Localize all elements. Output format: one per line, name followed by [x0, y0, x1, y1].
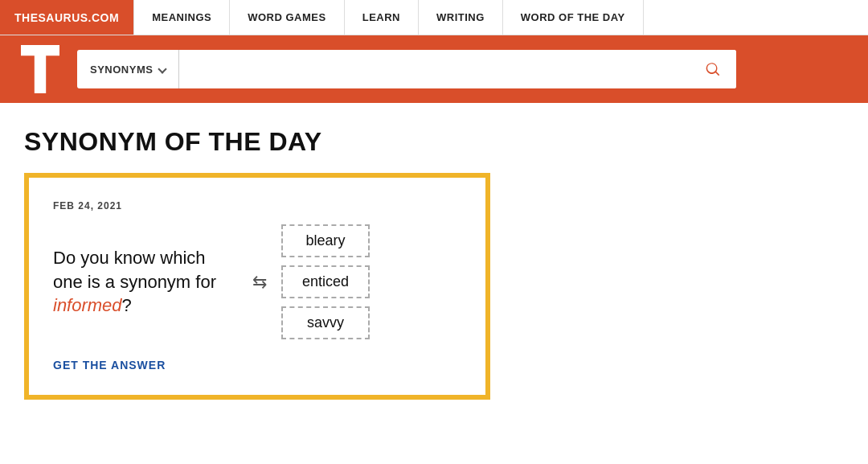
choice-item-1[interactable]: enticed: [281, 265, 370, 298]
nav-item-meanings[interactable]: MEANINGS: [133, 0, 230, 35]
card-choices: bleary enticed savvy: [281, 224, 370, 339]
synonym-card: FEB 24, 2021 Do you know which one is a …: [24, 173, 490, 400]
section-title: SYNONYM OF THE DAY: [24, 127, 844, 157]
choice-item-0[interactable]: bleary: [281, 224, 370, 257]
card-date: FEB 24, 2021: [53, 200, 461, 211]
search-type-label: SYNONYMS: [90, 64, 153, 76]
question-prefix: Do you know which one is a synonym for: [53, 248, 216, 292]
get-answer-link[interactable]: GET THE ANSWER: [53, 359, 166, 372]
arrow-icon: ⇆: [252, 272, 267, 293]
site-logo: [16, 45, 64, 93]
nav-item-word-of-the-day[interactable]: WORD OF THE DAY: [503, 0, 644, 35]
nav-items: MEANINGS WORD GAMES LEARN WRITING WORD O…: [133, 0, 868, 35]
highlighted-word: informed: [53, 295, 122, 315]
main-content: SYNONYM OF THE DAY FEB 24, 2021 Do you k…: [0, 103, 868, 464]
choice-item-2[interactable]: savvy: [281, 306, 370, 339]
nav-item-writing[interactable]: WRITING: [419, 0, 503, 35]
search-icon: [704, 60, 722, 78]
brand-logo[interactable]: THESAURUS.COM: [0, 0, 133, 35]
card-question: Do you know which one is a synonym for i…: [53, 246, 238, 318]
nav-bar: THESAURUS.COM MEANINGS WORD GAMES LEARN …: [0, 0, 868, 35]
site-header: SYNONYMS: [0, 35, 868, 103]
search-input[interactable]: [179, 50, 690, 88]
card-body: Do you know which one is a synonym for i…: [53, 224, 461, 339]
search-bar: SYNONYMS: [77, 50, 736, 88]
nav-item-learn[interactable]: LEARN: [345, 0, 419, 35]
question-text: Do you know which one is a synonym for i…: [53, 246, 238, 318]
search-type-dropdown[interactable]: SYNONYMS: [77, 50, 179, 88]
question-suffix: ?: [122, 295, 132, 315]
search-button[interactable]: [690, 50, 736, 88]
chevron-down-icon: [158, 64, 167, 73]
nav-item-word-games[interactable]: WORD GAMES: [230, 0, 344, 35]
